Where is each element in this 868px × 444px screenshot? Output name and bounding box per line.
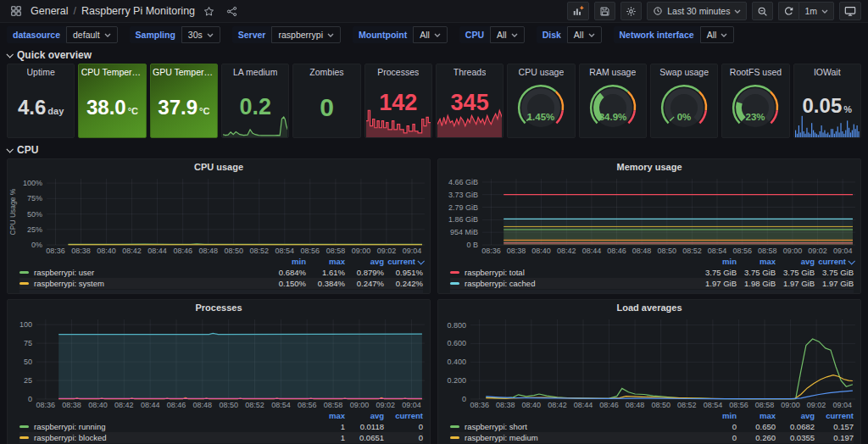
stat-panel-title[interactable]: CPU usage (519, 67, 565, 77)
stat-panel-uptime: Uptime 4.6day (7, 64, 75, 138)
legend-value: 1.97 GiB (815, 279, 854, 288)
variable-value-dropdown[interactable]: All (700, 26, 735, 43)
variable-value-dropdown[interactable]: All (413, 26, 448, 43)
svg-text:09:02: 09:02 (376, 401, 395, 409)
svg-text:09:00: 09:00 (781, 401, 800, 409)
stat-panel-title[interactable]: GPU Temperat… (153, 67, 215, 77)
svg-text:08:50: 08:50 (658, 247, 677, 255)
svg-text:09:02: 09:02 (377, 247, 397, 255)
refresh-button[interactable] (778, 2, 798, 20)
top-nav-bar: General / Raspberry Pi Monitoring (0, 0, 868, 23)
series-name[interactable]: raspberrypi: short (465, 422, 527, 431)
svg-text:0%: 0% (677, 112, 692, 122)
chevron-down-icon (104, 33, 111, 37)
panel-title[interactable]: Memory usage (438, 159, 860, 175)
stat-panel-title[interactable]: IOWait (814, 67, 841, 77)
legend-sort-column[interactable]: min (698, 257, 737, 266)
svg-text:08:38: 08:38 (62, 401, 81, 409)
legend-value: 1.61% (306, 268, 345, 277)
legend-sort-column[interactable]: current (815, 257, 854, 266)
variable-disk: Disk All (537, 26, 602, 43)
panel-title[interactable]: Processes (8, 300, 430, 315)
stat-panel-title[interactable]: Swap usage (659, 67, 709, 77)
legend-value: 0.157 (815, 422, 854, 431)
panel-processes: Processes 025507510008:3608:3808:4008:42… (7, 299, 431, 444)
chevron-down-icon (511, 33, 518, 37)
legend-sort-column[interactable]: avg (776, 257, 815, 266)
series-name[interactable]: raspberrypi: cached (465, 279, 535, 288)
series-name[interactable]: raspberrypi: blocked (34, 433, 107, 442)
legend-sort-column[interactable]: avg (345, 411, 384, 420)
svg-text:08:56: 08:56 (298, 401, 317, 409)
series-name[interactable]: raspberrypi: medium (465, 433, 538, 442)
svg-text:08:38: 08:38 (496, 401, 515, 409)
variable-value-dropdown[interactable]: All (490, 26, 525, 43)
svg-text:1.45%: 1.45% (527, 112, 555, 122)
svg-text:08:40: 08:40 (88, 401, 108, 409)
stat-panel-title[interactable]: CPU Temperat… (81, 67, 144, 77)
legend-sort-column[interactable]: avg (345, 257, 384, 266)
legend-sort-column[interactable]: current (384, 411, 423, 420)
series-name[interactable]: raspberrypi: user (34, 268, 94, 277)
variable-value-dropdown[interactable]: default (66, 26, 118, 43)
legend-sort-column[interactable]: avg (776, 411, 815, 420)
svg-text:08:42: 08:42 (122, 247, 142, 255)
svg-text:75: 75 (24, 339, 32, 347)
save-dashboard-button[interactable] (594, 2, 615, 20)
gauge: 0% (651, 83, 717, 132)
variable-value-dropdown[interactable]: 30s (181, 26, 220, 43)
time-range-picker[interactable]: Last 30 minutes (647, 2, 747, 20)
section-header-cpu[interactable]: CPU (0, 142, 868, 158)
svg-text:08:40: 08:40 (522, 401, 542, 409)
stat-panel-title[interactable]: Uptime (27, 67, 55, 77)
svg-text:34.9%: 34.9% (598, 112, 626, 122)
breadcrumb-folder[interactable]: General (31, 5, 68, 17)
legend-sort-column[interactable]: max (737, 411, 776, 420)
chevron-down-icon (721, 33, 727, 37)
stat-panel-title[interactable]: Threads (453, 67, 487, 77)
dashboard-settings-button[interactable] (620, 2, 642, 20)
kiosk-mode-button[interactable] (839, 2, 861, 20)
chart-row-2: Processes 025507510008:3608:3808:4008:42… (0, 299, 868, 444)
panel-title[interactable]: CPU usage (8, 159, 430, 175)
series-name[interactable]: raspberrypi: running (34, 422, 106, 431)
gauge: 23% (722, 83, 788, 132)
stat-panel-la-medium: LA medium 0.2 (221, 64, 289, 138)
legend-sort-column[interactable]: max (306, 257, 345, 266)
legend-sort-column[interactable]: min (698, 411, 737, 420)
svg-text:100: 100 (19, 320, 32, 329)
legend-row: raspberrypi: short00.6500.06820.157 (450, 421, 854, 432)
chart-plot[interactable]: 025507510008:3608:3808:4008:4208:4408:46… (8, 315, 430, 410)
stat-value: 37.9°C (158, 97, 209, 118)
chart-plot[interactable]: 0 B954 MiB1.86 GiB2.79 GiB3.73 GiB4.66 G… (438, 175, 860, 256)
stat-panel-title[interactable]: Processes (377, 67, 419, 77)
legend-sort-column[interactable]: max (737, 257, 776, 266)
star-icon[interactable] (200, 4, 218, 19)
variable-value-dropdown[interactable]: raspberrypi (271, 26, 341, 43)
legend-value: 0.242% (384, 279, 423, 288)
stat-panel-title[interactable]: Zombies (309, 67, 343, 77)
refresh-interval-picker[interactable]: 1m (798, 2, 834, 20)
chart-plot[interactable]: 0%25%50%75%100%08:3608:3808:4008:4208:44… (8, 175, 430, 256)
stat-panel-title[interactable]: RootFS used (730, 67, 782, 77)
stat-panel-title[interactable]: RAM usage (589, 67, 636, 77)
svg-text:08:44: 08:44 (147, 247, 167, 255)
legend-sort-column[interactable]: min (267, 257, 306, 266)
zoom-out-time-button[interactable] (752, 2, 773, 20)
legend-sort-column[interactable]: max (306, 411, 345, 420)
panel-title[interactable]: Load averages (438, 300, 860, 315)
dashboard-title[interactable]: Raspberry Pi Monitoring (81, 5, 195, 17)
legend-header: minmaxavgcurrent (19, 256, 423, 267)
legend-sort-column[interactable]: current (815, 411, 854, 420)
stat-panel-ram-usage-gauge: RAM usage 34.9% (579, 64, 647, 138)
legend-sort-column[interactable]: current (384, 257, 423, 266)
dashboards-grid-icon[interactable] (7, 3, 25, 19)
series-name[interactable]: raspberrypi: system (34, 279, 104, 288)
share-icon[interactable] (223, 4, 241, 19)
chart-plot[interactable]: 00.2000.4000.6000.80008:3608:3808:4008:4… (438, 315, 860, 410)
add-panel-button[interactable] (567, 2, 589, 20)
variable-value-dropdown[interactable]: All (567, 26, 602, 43)
series-name[interactable]: raspberrypi: total (465, 268, 525, 277)
stat-panel-title[interactable]: LA medium (233, 67, 278, 77)
section-header-quick-overview[interactable]: Quick overview (0, 47, 868, 64)
